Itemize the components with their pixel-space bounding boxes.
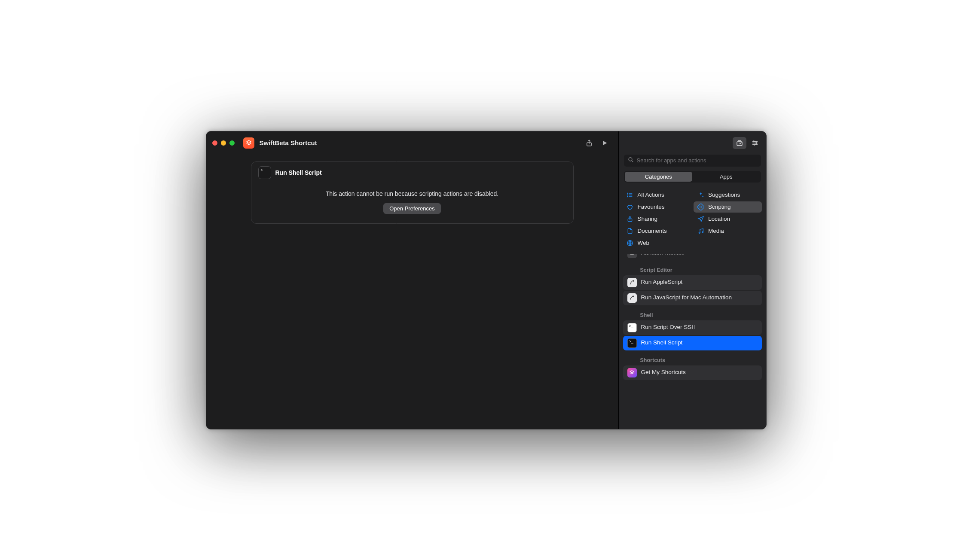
sidebar-toolbar — [619, 131, 766, 155]
svg-point-3 — [755, 142, 757, 143]
group-header: Shell — [623, 306, 762, 320]
svg-point-8 — [627, 196, 628, 197]
action-title: Run Shell Script — [275, 169, 322, 176]
svg-point-2 — [753, 140, 754, 142]
terminal-icon: >_ — [627, 338, 637, 348]
web-icon — [627, 240, 634, 247]
window-controls — [212, 140, 235, 146]
play-icon — [601, 139, 608, 147]
sliders-icon — [751, 139, 759, 147]
svg-point-7 — [627, 195, 628, 195]
categories-panel: All Actions Suggestions Favourites Scrip… — [619, 188, 766, 254]
main-panel: SwiftBeta Shortcut >_ Run Shell Script T… — [206, 131, 619, 429]
category-label: Location — [708, 216, 730, 222]
script-editor-icon — [627, 293, 637, 303]
shortcuts-app-icon — [627, 368, 637, 377]
script-editor-icon — [627, 278, 637, 287]
category-label: Documents — [638, 228, 667, 234]
action-run-javascript-automation[interactable]: Run JavaScript for Mac Automation — [623, 291, 762, 305]
action-header: >_ Run Shell Script — [258, 166, 566, 179]
open-preferences-button[interactable]: Open Preferences — [383, 203, 441, 214]
library-tab-button[interactable] — [733, 137, 746, 149]
minimize-button[interactable] — [221, 140, 226, 146]
heart-icon — [627, 204, 634, 210]
share-icon — [585, 139, 593, 147]
category-all-actions[interactable]: All Actions — [623, 189, 691, 201]
tab-apps[interactable]: Apps — [692, 172, 760, 182]
window-title: SwiftBeta Shortcut — [260, 139, 317, 146]
action-card-run-shell-script[interactable]: >_ Run Shell Script This action cannot b… — [251, 161, 574, 224]
list-item-label: Get My Shortcuts — [641, 369, 686, 376]
action-run-applescript[interactable]: Run AppleScript — [623, 275, 762, 290]
terminal-icon: >_ — [258, 166, 271, 179]
workflow-area: >_ Run Shell Script This action cannot b… — [206, 155, 618, 429]
list-item-label: Run JavaScript for Mac Automation — [641, 294, 732, 301]
svg-point-6 — [627, 193, 628, 193]
category-label: Suggestions — [708, 192, 740, 198]
maximize-button[interactable] — [229, 140, 235, 146]
category-media[interactable]: Media — [694, 225, 762, 237]
details-tab-button[interactable] — [748, 137, 762, 149]
category-label: All Actions — [638, 192, 664, 198]
category-web[interactable]: Web — [623, 237, 691, 249]
category-label: Media — [708, 228, 724, 234]
document-icon — [627, 228, 634, 234]
action-get-my-shortcuts[interactable]: Get My Shortcuts — [623, 365, 762, 380]
library-mode-segment: Categories Apps — [619, 171, 766, 188]
action-disabled-message: This action cannot be run because script… — [258, 190, 566, 197]
location-icon — [697, 216, 704, 222]
category-label: Sharing — [638, 216, 658, 222]
group-header: Script Editor — [623, 261, 762, 275]
scripting-icon — [697, 204, 704, 210]
group-header: Shortcuts — [623, 351, 762, 365]
sparkle-icon — [697, 192, 704, 198]
svg-point-12 — [702, 231, 703, 233]
terminal-icon: >_ — [627, 323, 637, 332]
app-window: SwiftBeta Shortcut >_ Run Shell Script T… — [206, 131, 767, 429]
category-suggestions[interactable]: Suggestions — [694, 189, 762, 201]
run-button[interactable] — [597, 137, 612, 149]
search-icon — [627, 156, 634, 165]
search-input[interactable] — [624, 155, 761, 167]
category-favourites[interactable]: Favourites — [623, 201, 691, 213]
category-label: Web — [638, 240, 650, 246]
list-item-label: Run AppleScript — [641, 279, 683, 286]
svg-rect-9 — [697, 204, 704, 210]
titlebar: SwiftBeta Shortcut — [206, 131, 618, 155]
category-label: Favourites — [638, 204, 665, 210]
library-icon — [736, 139, 743, 147]
action-library-sidebar: Categories Apps All Actions Suggestions … — [619, 131, 766, 429]
svg-point-5 — [629, 158, 632, 161]
share-button[interactable] — [581, 137, 597, 149]
category-documents[interactable]: Documents — [623, 225, 691, 237]
list-icon — [627, 192, 634, 198]
action-run-script-over-ssh[interactable]: >_ Run Script Over SSH — [623, 320, 762, 335]
search-container — [619, 155, 766, 171]
music-icon — [697, 228, 704, 234]
shortcut-app-icon — [243, 137, 254, 149]
list-item-label: Run Script Over SSH — [641, 324, 696, 331]
svg-point-4 — [754, 144, 755, 145]
actions-list[interactable]: ⚃ Random Number Script Editor Run AppleS… — [619, 246, 766, 429]
category-sharing[interactable]: Sharing — [623, 213, 691, 225]
category-location[interactable]: Location — [694, 213, 762, 225]
tab-categories[interactable]: Categories — [625, 172, 693, 182]
svg-point-11 — [699, 232, 700, 233]
action-run-shell-script[interactable]: >_ Run Shell Script — [623, 336, 762, 350]
category-label: Scripting — [708, 204, 731, 210]
close-button[interactable] — [212, 140, 217, 146]
share-cat-icon — [627, 216, 634, 222]
list-item-label: Run Shell Script — [641, 339, 683, 347]
category-scripting[interactable]: Scripting — [694, 201, 762, 213]
